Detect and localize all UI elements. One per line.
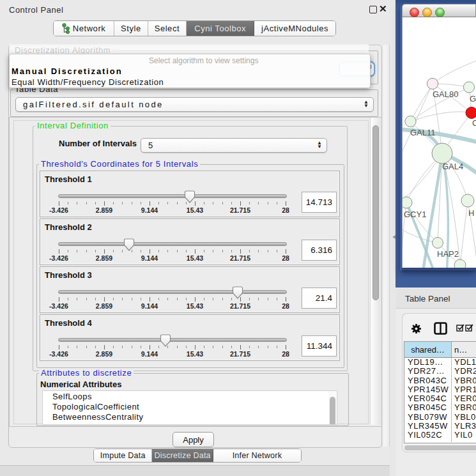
svg-text:C: C	[472, 118, 476, 128]
svg-text:HAP2: HAP2	[437, 249, 459, 259]
svg-text:GCY1: GCY1	[404, 210, 426, 219]
svg-text:GAL4: GAL4	[442, 162, 463, 171]
svg-text:GAL11: GAL11	[410, 128, 436, 137]
svg-text:H: H	[468, 208, 474, 218]
svg-text:GAL80: GAL80	[433, 89, 458, 99]
svg-text:G: G	[470, 94, 476, 104]
